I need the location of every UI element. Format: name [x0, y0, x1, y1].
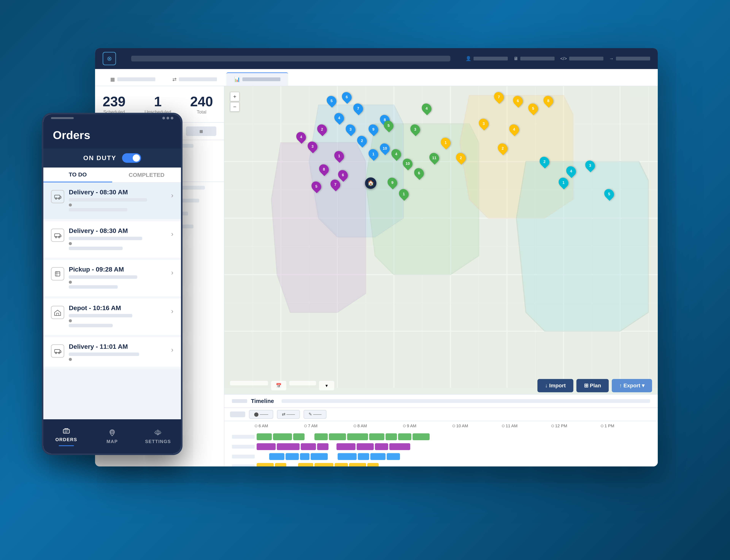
timeline-ctrl-1[interactable]: ⬤ —— — [249, 410, 273, 419]
order-dot-2 — [69, 242, 72, 245]
time-dot-8am — [354, 425, 356, 427]
timeline-ctrl-3[interactable]: ✎ —— — [304, 410, 327, 419]
scene: ⊗ 👤 🖥 </> → — [42, 33, 688, 527]
nav-underline-orders — [59, 445, 74, 446]
svg-point-39 — [58, 352, 60, 354]
time-dot-9am — [403, 425, 406, 427]
map-nav-icon — [108, 429, 116, 437]
chevron-right-icon-5: › — [171, 346, 173, 354]
order-address-3 — [69, 275, 137, 279]
svg-marker-27 — [272, 143, 366, 312]
timeline-time-11am: 11 AM — [502, 423, 551, 428]
header-icon-monitor[interactable]: 🖥 — [513, 56, 554, 61]
order-item-5[interactable]: Delivery - 11:01 AM › — [43, 337, 181, 367]
timeline-time-8am: 8 AM — [354, 423, 403, 428]
nav-settings[interactable]: SETTINGS — [135, 419, 181, 454]
header-bar-1 — [473, 57, 508, 60]
header-icon-user[interactable]: 👤 — [465, 56, 508, 61]
tl-block-b5 — [338, 453, 357, 460]
tl-label-1 — [232, 435, 255, 439]
pickup-icon-svg — [54, 270, 61, 278]
dot-3 — [171, 117, 173, 119]
order-item-2[interactable]: Delivery - 08:30 AM › — [43, 221, 181, 258]
desktop-tabs: ▦ ⇄ 📊 — [95, 69, 658, 86]
toolbar-right: ↓ Import ⊞ Plan ↑ Export ▾ — [537, 379, 652, 392]
timeline-row-blue — [232, 452, 650, 461]
tab-routes[interactable]: ⇄ — [165, 73, 225, 86]
tab-todo[interactable]: TO DO — [43, 168, 112, 182]
tl-blocks-yellow — [257, 463, 650, 466]
zoom-in-button[interactable]: + — [230, 92, 240, 101]
tl-block-p5 — [337, 443, 356, 450]
time-dot-11am — [502, 425, 504, 427]
header-icon-export[interactable]: → — [609, 56, 650, 61]
timeline-time-7am: 7 AM — [304, 423, 354, 428]
nav-orders[interactable]: ORDERS — [43, 419, 89, 454]
order-icon-3 — [51, 267, 64, 280]
header-search-bar[interactable] — [131, 56, 450, 61]
tl-block-b2 — [286, 453, 299, 460]
duty-toggle[interactable] — [122, 153, 141, 163]
plan-button[interactable]: ⊞ Plan — [576, 379, 609, 392]
timeline-ctrl-2[interactable]: ⇄ —— — [277, 410, 300, 419]
header-icon-code[interactable]: </> — [560, 56, 603, 61]
desktop-header: ⊗ 👤 🖥 </> → — [95, 48, 658, 69]
order-sub-2 — [69, 247, 123, 250]
stat-scheduled: 239 Scheduled — [103, 94, 126, 115]
zoom-out-button[interactable]: − — [230, 102, 240, 112]
mobile-title: Orders — [53, 129, 90, 142]
tab-analytics[interactable]: 📊 — [227, 72, 288, 86]
tab-completed[interactable]: COMPLETED — [112, 168, 181, 182]
order-dot-3 — [69, 281, 72, 284]
timeline-times: 6 AM 7 AM 8 AM 9 AM — [224, 421, 658, 431]
dropdown-icon[interactable]: ▾ — [319, 381, 334, 390]
order-content-3: Pickup - 09:28 AM — [69, 266, 167, 291]
mobile-app: Orders ON DUTY TO DO COMPLETED — [42, 113, 183, 455]
order-item-4[interactable]: Depot - 10:16 AM › — [43, 299, 181, 335]
stat-total: 240 Total — [190, 94, 213, 115]
svg-point-45 — [157, 432, 159, 434]
order-address-5 — [69, 353, 139, 356]
order-content-4: Depot - 10:16 AM — [69, 304, 167, 329]
time-dot-12pm — [551, 425, 554, 427]
order-icon-2 — [51, 229, 64, 242]
order-item-1[interactable]: Delivery - 08:30 AM › — [43, 183, 181, 219]
chevron-right-icon-3: › — [171, 269, 173, 277]
order-dot-1 — [69, 203, 72, 207]
map-area[interactable]: 5 6 4 7 3 2 9 8 1 10 5 4 3 4 10 6 9 1 11 — [224, 86, 658, 466]
order-sub-3 — [69, 285, 118, 289]
filter-toggle[interactable]: ▦ — [186, 126, 216, 136]
map-roads-svg — [224, 86, 658, 388]
order-icon-1 — [51, 190, 64, 203]
chevron-right-icon-1: › — [171, 191, 173, 199]
order-address-1 — [69, 198, 147, 202]
calendar-icon[interactable]: 📅 — [271, 381, 286, 390]
tl-block-b7 — [370, 453, 385, 460]
timeline-left-bar — [232, 399, 247, 403]
svg-rect-35 — [55, 272, 60, 276]
delivery-icon-svg-3 — [54, 347, 61, 355]
order-title-4: Depot - 10:16 AM — [69, 304, 167, 312]
order-item-3[interactable]: Pickup - 09:28 AM › — [43, 260, 181, 296]
chevron-right-icon-2: › — [171, 230, 173, 238]
import-button[interactable]: ↓ Import — [537, 379, 573, 392]
timeline-header-bar — [282, 399, 650, 403]
nav-map[interactable]: MAP — [89, 419, 135, 454]
mobile-orders-list: Delivery - 08:30 AM › — [43, 183, 181, 369]
tl-block-g1 — [257, 433, 272, 440]
tl-block-y3 — [298, 463, 313, 466]
tl-block-g4 — [315, 433, 328, 440]
tl-block-p4 — [317, 443, 329, 450]
order-content-5: Delivery - 11:01 AM — [69, 343, 167, 361]
tl-label-3 — [232, 455, 255, 458]
stat-unscheduled: 1 Unscheduled — [145, 94, 171, 115]
timeline-row-green — [232, 433, 650, 441]
timeline-time-10am: 10 AM — [452, 423, 502, 428]
tab-table[interactable]: ▦ — [103, 73, 163, 86]
timeline-ctrl-bar — [230, 411, 245, 417]
export-button[interactable]: ↑ Export ▾ — [612, 379, 652, 392]
timeline-time-6am: 6 AM — [255, 423, 304, 428]
duty-label: ON DUTY — [83, 154, 116, 162]
mobile-bottom-nav: ORDERS MAP SETTINGS — [43, 419, 181, 454]
tl-block-g9 — [398, 433, 411, 440]
